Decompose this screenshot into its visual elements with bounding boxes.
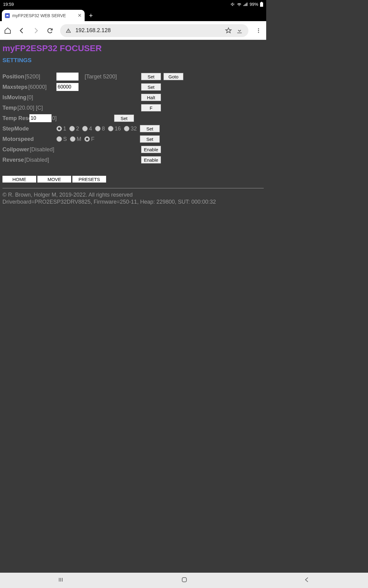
move-page-button[interactable]: MOVE (37, 176, 71, 183)
ismoving-label: IsMoving (2, 94, 26, 101)
maxsteps-value: [60000] (28, 84, 47, 90)
motorspeed-opt-s: S (63, 136, 67, 142)
stepmode-radio-16[interactable] (108, 126, 113, 131)
svg-point-4 (258, 32, 259, 33)
reverse-value: [Disabled] (25, 157, 49, 163)
svg-rect-0 (260, 2, 263, 7)
row-reverse: Reverse [Disabled] Enable (2, 155, 264, 165)
coilpower-value: [Disabled] (30, 146, 54, 153)
footer-line1: © R. Brown, Holger M, 2019-2022. All rig… (2, 191, 264, 198)
row-temp: Temp [20.00] [C] F (2, 103, 264, 113)
row-coilpower: Coilpower [Disabled] Enable (2, 145, 264, 154)
tab-title: myFP2ESP32 WEB SERVE (12, 13, 75, 18)
motorspeed-radio-s[interactable] (56, 136, 62, 142)
android-status-bar: 19:59 99% (0, 0, 266, 9)
tempres-set-button[interactable]: Set (114, 115, 134, 122)
halt-button[interactable]: Halt (141, 94, 161, 101)
settings-table: Position [5200] [Target 5200] Set Goto M… (2, 72, 264, 165)
insecure-icon (66, 28, 71, 33)
footer-line2: Driverboard=PRO2ESP32DRV8825, Firmware=2… (2, 198, 264, 205)
position-value: [5200] (25, 74, 40, 80)
stepmode-radio-4[interactable] (82, 126, 88, 131)
ismoving-value: [0] (27, 94, 33, 101)
tempres-input[interactable] (29, 114, 52, 122)
maxsteps-label: Maxsteps (2, 84, 28, 90)
back-icon[interactable] (18, 27, 26, 35)
menu-icon[interactable] (255, 27, 263, 35)
status-time: 19:59 (3, 2, 14, 7)
position-label: Position (2, 74, 24, 80)
temp-label: Temp (2, 105, 17, 111)
motorspeed-label: Motorspeed (2, 136, 34, 142)
motorspeed-opt-m: M (77, 136, 81, 142)
download-icon[interactable] (236, 27, 243, 34)
tab-favicon-icon (5, 13, 10, 18)
position-target: [Target 5200] (85, 74, 117, 80)
stepmode-label: StepMode (2, 126, 29, 132)
url-bar[interactable]: 192.168.2.128 (60, 24, 248, 37)
new-tab-button[interactable]: + (89, 12, 96, 19)
mute-icon (231, 2, 235, 6)
status-right: 99% (231, 2, 263, 7)
battery-icon (260, 2, 263, 7)
motorspeed-set-button[interactable]: Set (140, 135, 160, 143)
browser-tab[interactable]: myFP2ESP32 WEB SERVE ✕ (2, 10, 85, 21)
signal-icon (243, 2, 248, 6)
temp-unit-button[interactable]: F (141, 104, 161, 111)
row-maxsteps: Maxsteps [60000] Set (2, 82, 264, 92)
motorspeed-opt-f: F (91, 136, 94, 142)
reload-icon[interactable] (46, 27, 54, 35)
stepmode-opt-1: 1 (63, 126, 66, 132)
motorspeed-radio-f[interactable] (84, 136, 90, 142)
stepmode-radio-32[interactable] (124, 126, 129, 131)
page-title: myFP2ESP32 FOCUSER (2, 43, 264, 53)
coilpower-enable-button[interactable]: Enable (141, 146, 161, 153)
svg-point-2 (258, 28, 259, 29)
maxsteps-set-button[interactable]: Set (141, 83, 161, 91)
page-content: myFP2ESP32 FOCUSER SETTINGS Position [52… (0, 40, 266, 209)
bookmark-icon[interactable] (225, 27, 232, 34)
stepmode-radio-2[interactable] (69, 126, 75, 131)
presets-page-button[interactable]: PRESETS (72, 176, 106, 183)
svg-rect-1 (261, 2, 262, 2)
row-stepmode: StepMode 1 2 4 8 16 32 Set (2, 124, 264, 134)
url-text: 192.168.2.128 (75, 27, 111, 34)
stepmode-opt-2: 2 (76, 126, 79, 132)
page-subtitle: SETTINGS (2, 57, 264, 64)
page-nav-buttons: HOME MOVE PRESETS (2, 176, 264, 183)
stepmode-radio-1[interactable] (56, 126, 62, 131)
footer: © R. Brown, Holger M, 2019-2022. All rig… (2, 191, 264, 205)
coilpower-label: Coilpower (2, 146, 29, 153)
divider (2, 188, 264, 188)
browser-toolbar: 192.168.2.128 (0, 21, 266, 40)
browser-tab-bar: myFP2ESP32 WEB SERVE ✕ + (0, 9, 266, 21)
stepmode-opt-8: 8 (102, 126, 105, 132)
row-position: Position [5200] [Target 5200] Set Goto (2, 72, 264, 81)
row-motorspeed: Motorspeed S M F Set (2, 134, 264, 144)
stepmode-radio-8[interactable] (95, 126, 101, 131)
svg-point-3 (258, 30, 259, 31)
home-icon[interactable] (4, 27, 12, 35)
row-ismoving: IsMoving [0] Halt (2, 92, 264, 102)
forward-icon (32, 27, 40, 35)
row-tempres: Temp Resolution [10] Set (2, 113, 264, 123)
reverse-enable-button[interactable]: Enable (141, 156, 161, 164)
stepmode-opt-16: 16 (115, 126, 121, 132)
reverse-label: Reverse (2, 157, 24, 163)
stepmode-opt-4: 4 (89, 126, 92, 132)
temp-value: [20.00] [C] (17, 105, 43, 111)
position-set-button[interactable]: Set (141, 73, 161, 80)
battery-percent: 99% (250, 2, 258, 7)
motorspeed-radio-m[interactable] (70, 136, 75, 142)
close-icon[interactable]: ✕ (78, 13, 82, 18)
stepmode-set-button[interactable]: Set (140, 125, 160, 132)
stepmode-opt-32: 32 (131, 126, 137, 132)
maxsteps-input[interactable] (56, 83, 79, 91)
home-page-button[interactable]: HOME (2, 176, 36, 183)
position-input[interactable] (56, 73, 79, 81)
position-goto-button[interactable]: Goto (163, 73, 183, 80)
wifi-icon (237, 2, 242, 6)
